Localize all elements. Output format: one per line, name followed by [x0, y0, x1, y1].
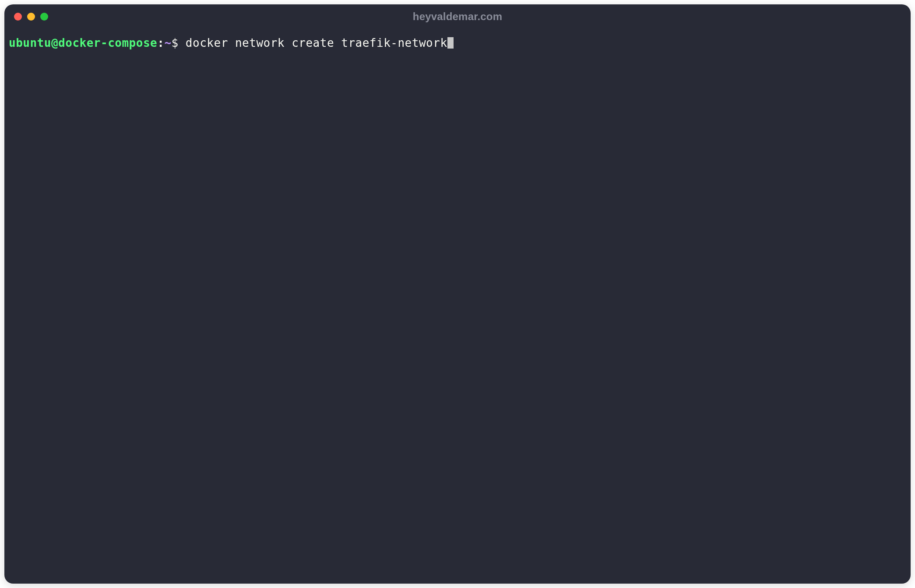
minimize-button[interactable] — [27, 13, 35, 21]
prompt-user: ubuntu — [9, 36, 51, 49]
prompt-symbol: $ — [172, 36, 186, 49]
traffic-lights — [14, 13, 48, 21]
command-text: docker network create traefik-network — [186, 36, 447, 49]
terminal-window: heyvaldemar.com ubuntu@docker-compose:~$… — [4, 4, 911, 584]
close-button[interactable] — [14, 13, 22, 21]
prompt-path: ~ — [164, 36, 171, 49]
prompt-at: @ — [51, 36, 58, 49]
cursor-block — [447, 37, 454, 49]
window-title: heyvaldemar.com — [413, 10, 502, 23]
terminal-body[interactable]: ubuntu@docker-compose:~$ docker network … — [4, 29, 911, 584]
maximize-button[interactable] — [40, 13, 48, 21]
prompt-host: docker-compose — [58, 36, 157, 49]
title-bar: heyvaldemar.com — [4, 4, 911, 29]
prompt-colon: : — [157, 36, 164, 49]
